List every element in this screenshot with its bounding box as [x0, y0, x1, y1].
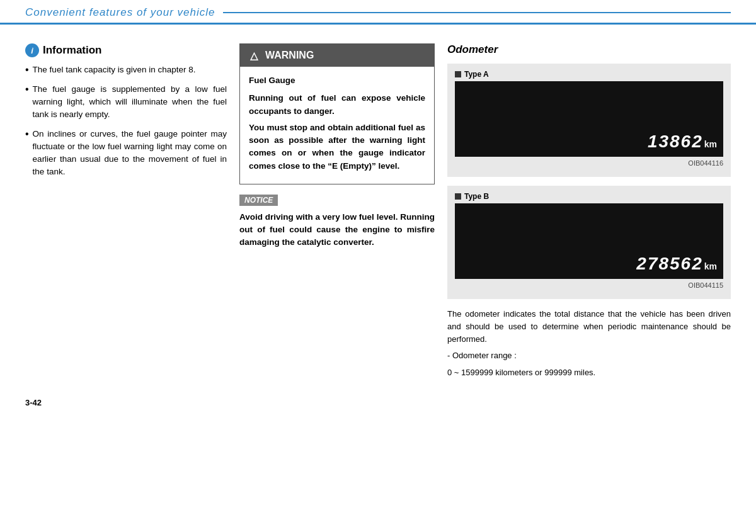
- odometer-unit-a: km: [704, 139, 717, 149]
- odometer-reading-b: 278562: [636, 254, 702, 274]
- notice-label: NOTICE: [239, 195, 278, 206]
- odometer-display-b: 278562 km: [455, 203, 723, 279]
- odometer-code-b: OIB044115: [455, 281, 723, 289]
- notice-box: NOTICE Avoid driving with a very low fue…: [239, 195, 435, 249]
- warning-triangle-icon: △: [248, 49, 260, 62]
- type-a-square-icon: [455, 71, 461, 77]
- odometer-range-text: 0 ~ 1599999 kilometers or 999999 miles.: [447, 366, 731, 379]
- header-title: Convenient features of your vehicle: [25, 6, 215, 19]
- warning-text-1: Running out of fuel can expose vehicle o…: [249, 92, 425, 118]
- warning-header: △ WARNING: [240, 44, 434, 67]
- warning-body: Fuel Gauge Running out of fuel can expos…: [240, 67, 434, 184]
- list-item: The fuel tank capacity is given in chapt…: [25, 64, 227, 77]
- odometer-display-a: 13862 km: [455, 81, 723, 157]
- info-title: Information: [43, 44, 102, 57]
- odometer-type-a-container: Type A 13862 km OIB044116: [447, 64, 731, 177]
- warning-subtitle: Fuel Gauge: [249, 74, 425, 87]
- main-content: i Information The fuel tank capacity is …: [0, 25, 756, 392]
- type-b-label: Type B: [455, 192, 723, 201]
- type-a-label: Type A: [455, 70, 723, 79]
- info-header: i Information: [25, 43, 227, 57]
- odometer-reading-a: 13862: [648, 132, 703, 152]
- odometer-title: Odometer: [447, 43, 731, 56]
- odometer-description: The odometer indicates the total distanc…: [447, 308, 731, 346]
- header-line: [223, 12, 731, 13]
- right-column: Odometer Type A 13862 km OIB044116 Type …: [447, 43, 731, 379]
- page-number: 3-42: [25, 398, 42, 407]
- info-section: i Information The fuel tank capacity is …: [25, 43, 227, 179]
- info-icon: i: [25, 43, 39, 57]
- odometer-range-label: - Odometer range :: [447, 349, 731, 362]
- odometer-code-a: OIB044116: [455, 159, 723, 167]
- notice-text: Avoid driving with a very low fuel level…: [239, 211, 435, 249]
- page-header: Convenient features of your vehicle: [0, 0, 756, 25]
- odometer-unit-b: km: [704, 261, 717, 271]
- info-list: The fuel tank capacity is given in chapt…: [25, 64, 227, 179]
- type-b-square-icon: [455, 193, 461, 200]
- warning-box: △ WARNING Fuel Gauge Running out of fuel…: [239, 43, 435, 184]
- list-item: The fuel gauge is supplemented by a low …: [25, 83, 227, 122]
- middle-column: △ WARNING Fuel Gauge Running out of fuel…: [239, 43, 435, 379]
- left-column: i Information The fuel tank capacity is …: [25, 43, 227, 379]
- page-footer: 3-42: [0, 392, 756, 414]
- list-item: On inclines or curves, the fuel gauge po…: [25, 128, 227, 179]
- warning-text-2: You must stop and obtain additional fuel…: [249, 122, 425, 173]
- odometer-type-b-container: Type B 278562 km OIB044115: [447, 186, 731, 299]
